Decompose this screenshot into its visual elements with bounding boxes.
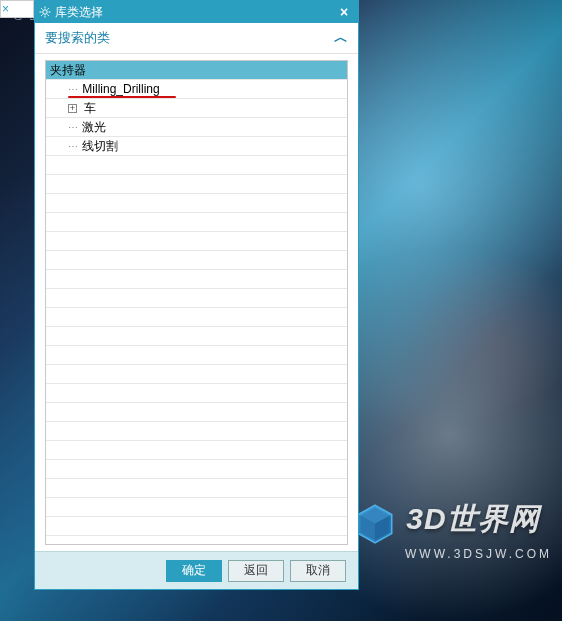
tree-connector-icon: ⋯	[68, 84, 77, 95]
tree-empty-row	[46, 270, 347, 289]
tree-empty-row	[46, 327, 347, 346]
dialog-title: 库类选择	[55, 4, 334, 21]
left-tab-close-icon[interactable]: ×	[2, 2, 9, 16]
back-button[interactable]: 返回	[228, 560, 284, 582]
tree-empty-row	[46, 403, 347, 422]
tree-item-milling-drilling[interactable]: ⋯ Milling_Drilling	[46, 80, 347, 99]
tree-item-lathe[interactable]: + 车	[46, 99, 347, 118]
tree-empty-row	[46, 384, 347, 403]
tree-connector-icon: ⋯	[68, 141, 77, 152]
tree-root[interactable]: 夹持器	[46, 61, 347, 80]
tree-empty-row	[46, 156, 347, 175]
library-class-dialog: 库类选择 × 要搜索的类 ︿ 夹持器 ⋯ Milling_Drilling + …	[34, 0, 359, 590]
tree-empty-row	[46, 422, 347, 441]
tree-empty-row	[46, 232, 347, 251]
tree-empty-row	[46, 251, 347, 270]
tree-item-label: Milling_Drilling	[82, 82, 159, 96]
tree-item-laser[interactable]: ⋯ 激光	[46, 118, 347, 137]
tree-connector-icon: ⋯	[68, 122, 77, 133]
tree-empty-row	[46, 460, 347, 479]
tree-empty-row	[46, 365, 347, 384]
tree-empty-row	[46, 346, 347, 365]
tree-empty-row	[46, 289, 347, 308]
tree-item-label: 线切割	[82, 139, 118, 153]
close-icon[interactable]: ×	[334, 4, 354, 20]
dialog-titlebar[interactable]: 库类选择 ×	[35, 1, 358, 23]
svg-line-12	[41, 14, 42, 15]
svg-point-4	[43, 10, 47, 14]
section-header[interactable]: 要搜索的类 ︿	[35, 23, 358, 54]
chevron-up-icon: ︿	[334, 29, 348, 47]
tree-empty-row	[46, 308, 347, 327]
tree-empty-row	[46, 441, 347, 460]
tree-item-wirecut[interactable]: ⋯ 线切割	[46, 137, 347, 156]
class-tree[interactable]: 夹持器 ⋯ Milling_Drilling + 车 ⋯ 激光 ⋯ 线切割	[45, 60, 348, 545]
expand-icon[interactable]: +	[68, 104, 77, 113]
tree-item-label: 激光	[82, 120, 106, 134]
tree-empty-row	[46, 517, 347, 536]
tree-item-label: 车	[84, 101, 96, 115]
gear-icon	[39, 6, 51, 18]
svg-line-11	[47, 8, 48, 9]
cancel-button[interactable]: 取消	[290, 560, 346, 582]
svg-line-10	[47, 14, 48, 15]
tree-empty-row	[46, 479, 347, 498]
ok-button[interactable]: 确定	[166, 560, 222, 582]
svg-line-9	[41, 8, 42, 9]
dialog-button-bar: 确定 返回 取消	[35, 551, 358, 589]
tree-empty-row	[46, 213, 347, 232]
section-label: 要搜索的类	[45, 29, 334, 47]
tree-empty-row	[46, 175, 347, 194]
tree-empty-row	[46, 498, 347, 517]
tree-root-label: 夹持器	[50, 63, 86, 77]
tree-empty-row	[46, 194, 347, 213]
